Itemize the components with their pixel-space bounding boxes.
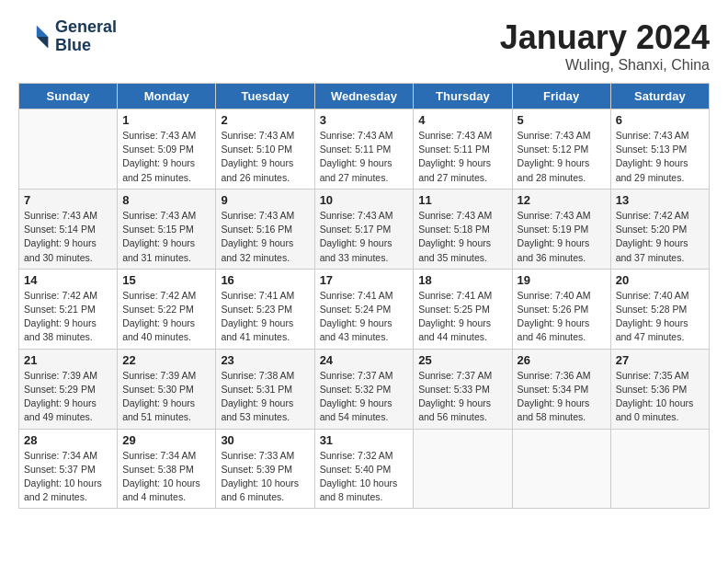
day-info: Sunrise: 7:37 AM Sunset: 5:33 PM Dayligh… [418, 369, 506, 425]
day-number: 4 [418, 113, 506, 127]
calendar-cell: 9Sunrise: 7:43 AM Sunset: 5:16 PM Daylig… [216, 189, 314, 269]
day-info: Sunrise: 7:40 AM Sunset: 5:28 PM Dayligh… [616, 289, 704, 345]
day-number: 19 [518, 273, 606, 287]
calendar-cell: 2Sunrise: 7:43 AM Sunset: 5:10 PM Daylig… [216, 109, 314, 190]
day-number: 29 [122, 433, 210, 447]
calendar-cell: 15Sunrise: 7:42 AM Sunset: 5:22 PM Dayli… [118, 269, 216, 349]
calendar-cell [414, 429, 512, 509]
calendar-cell: 8Sunrise: 7:43 AM Sunset: 5:15 PM Daylig… [118, 189, 216, 269]
day-info: Sunrise: 7:43 AM Sunset: 5:12 PM Dayligh… [518, 129, 606, 185]
day-info: Sunrise: 7:43 AM Sunset: 5:16 PM Dayligh… [221, 209, 309, 265]
day-number: 6 [616, 113, 704, 127]
day-info: Sunrise: 7:41 AM Sunset: 5:23 PM Dayligh… [221, 289, 309, 345]
day-info: Sunrise: 7:43 AM Sunset: 5:11 PM Dayligh… [320, 129, 409, 185]
logo-text: General Blue [55, 18, 117, 55]
day-number: 18 [418, 273, 506, 287]
weekday-header-monday: Monday [118, 84, 216, 109]
calendar-cell: 20Sunrise: 7:40 AM Sunset: 5:28 PM Dayli… [610, 269, 709, 349]
week-row-4: 28Sunrise: 7:34 AM Sunset: 5:37 PM Dayli… [19, 429, 710, 509]
calendar-cell: 19Sunrise: 7:40 AM Sunset: 5:26 PM Dayli… [512, 269, 610, 349]
calendar-cell: 26Sunrise: 7:36 AM Sunset: 5:34 PM Dayli… [512, 349, 610, 429]
day-number: 10 [320, 193, 409, 207]
day-number: 26 [518, 353, 606, 367]
day-info: Sunrise: 7:42 AM Sunset: 5:22 PM Dayligh… [122, 289, 210, 345]
week-row-0: 1Sunrise: 7:43 AM Sunset: 5:09 PM Daylig… [19, 109, 710, 190]
day-number: 8 [122, 193, 210, 207]
day-number: 14 [24, 273, 112, 287]
calendar-cell [19, 109, 118, 190]
day-number: 21 [24, 353, 112, 367]
calendar-cell: 10Sunrise: 7:43 AM Sunset: 5:17 PM Dayli… [314, 189, 414, 269]
day-info: Sunrise: 7:43 AM Sunset: 5:13 PM Dayligh… [616, 129, 704, 185]
day-info: Sunrise: 7:43 AM Sunset: 5:10 PM Dayligh… [221, 129, 309, 185]
day-number: 15 [122, 273, 210, 287]
calendar-cell: 3Sunrise: 7:43 AM Sunset: 5:11 PM Daylig… [314, 109, 414, 190]
week-row-2: 14Sunrise: 7:42 AM Sunset: 5:21 PM Dayli… [19, 269, 710, 349]
day-number: 2 [221, 113, 309, 127]
day-number: 31 [320, 433, 409, 447]
calendar-cell: 28Sunrise: 7:34 AM Sunset: 5:37 PM Dayli… [19, 429, 118, 509]
day-info: Sunrise: 7:43 AM Sunset: 5:19 PM Dayligh… [518, 209, 606, 265]
day-info: Sunrise: 7:37 AM Sunset: 5:32 PM Dayligh… [320, 369, 409, 425]
day-info: Sunrise: 7:33 AM Sunset: 5:39 PM Dayligh… [221, 449, 309, 505]
day-number: 30 [221, 433, 309, 447]
week-row-3: 21Sunrise: 7:39 AM Sunset: 5:29 PM Dayli… [19, 349, 710, 429]
day-number: 1 [122, 113, 210, 127]
day-number: 17 [320, 273, 409, 287]
day-info: Sunrise: 7:41 AM Sunset: 5:25 PM Dayligh… [418, 289, 506, 345]
weekday-header-saturday: Saturday [610, 84, 709, 109]
weekday-header-wednesday: Wednesday [314, 84, 414, 109]
day-number: 3 [320, 113, 409, 127]
location: Wuling, Shanxi, China [500, 57, 710, 74]
day-number: 9 [221, 193, 309, 207]
day-info: Sunrise: 7:43 AM Sunset: 5:14 PM Dayligh… [24, 209, 112, 265]
day-number: 12 [518, 193, 606, 207]
calendar-cell: 29Sunrise: 7:34 AM Sunset: 5:38 PM Dayli… [118, 429, 216, 509]
calendar-cell [512, 429, 610, 509]
page-header: General Blue January 2024 Wuling, Shanxi… [18, 18, 710, 74]
calendar-cell: 6Sunrise: 7:43 AM Sunset: 5:13 PM Daylig… [610, 109, 709, 190]
day-info: Sunrise: 7:36 AM Sunset: 5:34 PM Dayligh… [518, 369, 606, 425]
calendar-cell [610, 429, 709, 509]
svg-marker-1 [37, 37, 49, 49]
calendar-cell: 5Sunrise: 7:43 AM Sunset: 5:12 PM Daylig… [512, 109, 610, 190]
day-number: 7 [24, 193, 112, 207]
day-info: Sunrise: 7:34 AM Sunset: 5:38 PM Dayligh… [122, 449, 210, 505]
day-number: 27 [616, 353, 704, 367]
week-row-1: 7Sunrise: 7:43 AM Sunset: 5:14 PM Daylig… [19, 189, 710, 269]
day-info: Sunrise: 7:43 AM Sunset: 5:15 PM Dayligh… [122, 209, 210, 265]
day-number: 28 [24, 433, 112, 447]
calendar-cell: 13Sunrise: 7:42 AM Sunset: 5:20 PM Dayli… [610, 189, 709, 269]
month-title: January 2024 [500, 18, 710, 57]
day-number: 25 [418, 353, 506, 367]
day-info: Sunrise: 7:39 AM Sunset: 5:30 PM Dayligh… [122, 369, 210, 425]
calendar-cell: 17Sunrise: 7:41 AM Sunset: 5:24 PM Dayli… [314, 269, 414, 349]
calendar-cell: 24Sunrise: 7:37 AM Sunset: 5:32 PM Dayli… [314, 349, 414, 429]
day-number: 23 [221, 353, 309, 367]
calendar-cell: 18Sunrise: 7:41 AM Sunset: 5:25 PM Dayli… [414, 269, 512, 349]
day-info: Sunrise: 7:43 AM Sunset: 5:18 PM Dayligh… [418, 209, 506, 265]
day-number: 11 [418, 193, 506, 207]
day-number: 16 [221, 273, 309, 287]
calendar-table: SundayMondayTuesdayWednesdayThursdayFrid… [18, 83, 710, 509]
day-info: Sunrise: 7:43 AM Sunset: 5:09 PM Dayligh… [122, 129, 210, 185]
day-info: Sunrise: 7:39 AM Sunset: 5:29 PM Dayligh… [24, 369, 112, 425]
logo-icon [18, 20, 51, 53]
weekday-header-friday: Friday [512, 84, 610, 109]
calendar-cell: 12Sunrise: 7:43 AM Sunset: 5:19 PM Dayli… [512, 189, 610, 269]
calendar-cell: 11Sunrise: 7:43 AM Sunset: 5:18 PM Dayli… [414, 189, 512, 269]
calendar-cell: 14Sunrise: 7:42 AM Sunset: 5:21 PM Dayli… [19, 269, 118, 349]
day-number: 13 [616, 193, 704, 207]
calendar-cell: 21Sunrise: 7:39 AM Sunset: 5:29 PM Dayli… [19, 349, 118, 429]
day-info: Sunrise: 7:32 AM Sunset: 5:40 PM Dayligh… [320, 449, 409, 505]
logo: General Blue [18, 18, 117, 55]
day-number: 20 [616, 273, 704, 287]
day-number: 24 [320, 353, 409, 367]
svg-marker-0 [37, 25, 49, 37]
day-info: Sunrise: 7:42 AM Sunset: 5:21 PM Dayligh… [24, 289, 112, 345]
day-number: 22 [122, 353, 210, 367]
weekday-header-tuesday: Tuesday [216, 84, 314, 109]
day-info: Sunrise: 7:38 AM Sunset: 5:31 PM Dayligh… [221, 369, 309, 425]
calendar-cell: 7Sunrise: 7:43 AM Sunset: 5:14 PM Daylig… [19, 189, 118, 269]
day-info: Sunrise: 7:34 AM Sunset: 5:37 PM Dayligh… [24, 449, 112, 505]
